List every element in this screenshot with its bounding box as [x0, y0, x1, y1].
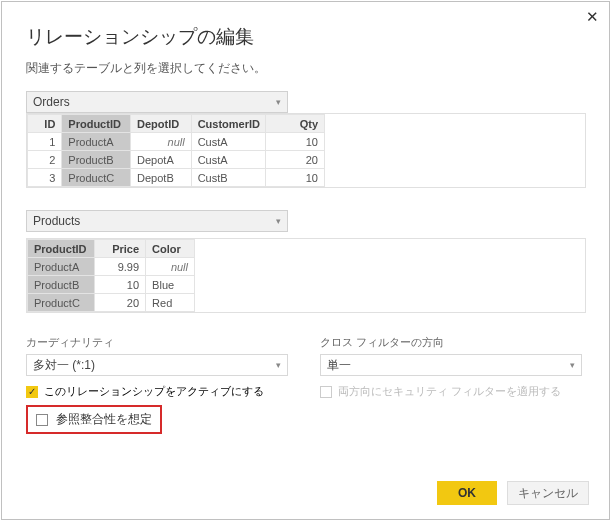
col-price[interactable]: Price [95, 240, 146, 258]
col-depotid[interactable]: DepotID [131, 115, 192, 133]
table-row[interactable]: ProductB 10 Blue [28, 276, 195, 294]
col-customerid[interactable]: CustomerID [191, 115, 266, 133]
crossfilter-label: クロス フィルターの方向 [320, 335, 590, 350]
table-row[interactable]: 3 ProductC DepotB CustB 10 [28, 169, 325, 187]
col-color[interactable]: Color [146, 240, 195, 258]
col-productid[interactable]: ProductID [28, 240, 95, 258]
table2-select-value: Products [33, 211, 80, 231]
table-row[interactable]: 1 ProductA null CustA 10 [28, 133, 325, 151]
table1-grid-table: ID ProductID DepotID CustomerID Qty 1 Pr… [27, 114, 325, 187]
activate-check-row[interactable]: ✓ このリレーションシップをアクティブにする [26, 384, 296, 399]
dialog-title: リレーションシップの編集 [26, 24, 589, 50]
checkbox-checked-icon[interactable]: ✓ [26, 386, 38, 398]
dialog-subtitle: 関連するテーブルと列を選択してください。 [26, 60, 589, 77]
cardinality-value: 多対一 (*:1) [33, 355, 95, 375]
table2-select[interactable]: Products ▾ [26, 210, 288, 232]
edit-relationship-dialog: ✕ リレーションシップの編集 関連するテーブルと列を選択してください。 Orde… [1, 1, 610, 520]
table-header-row: ID ProductID DepotID CustomerID Qty [28, 115, 325, 133]
table1-select-value: Orders [33, 92, 70, 112]
checkbox-disabled-icon [320, 386, 332, 398]
assume-referential-integrity[interactable]: 参照整合性を想定 [26, 405, 162, 434]
apply-both-label: 両方向にセキュリティ フィルターを適用する [338, 384, 561, 399]
col-id[interactable]: ID [28, 115, 62, 133]
crossfilter-value: 単一 [327, 355, 351, 375]
table1-grid: ID ProductID DepotID CustomerID Qty 1 Pr… [26, 113, 586, 188]
cancel-button[interactable]: キャンセル [507, 481, 589, 505]
table1-select[interactable]: Orders ▾ [26, 91, 288, 113]
crossfilter-select[interactable]: 単一 ▾ [320, 354, 582, 376]
chevron-down-icon: ▾ [276, 92, 281, 112]
chevron-down-icon: ▾ [570, 355, 575, 375]
checkbox-unchecked-icon[interactable] [36, 414, 48, 426]
chevron-down-icon: ▾ [276, 355, 281, 375]
col-qty[interactable]: Qty [266, 115, 325, 133]
table-header-row: ProductID Price Color [28, 240, 195, 258]
table2-grid: ProductID Price Color ProductA 9.99 null… [26, 238, 586, 313]
referential-label: 参照整合性を想定 [56, 411, 152, 428]
table-row[interactable]: ProductA 9.99 null [28, 258, 195, 276]
close-icon[interactable]: ✕ [586, 8, 599, 26]
options-row: カーディナリティ 多対一 (*:1) ▾ ✓ このリレーションシップをアクティブ… [26, 335, 589, 434]
table2-grid-table: ProductID Price Color ProductA 9.99 null… [27, 239, 195, 312]
activate-label: このリレーションシップをアクティブにする [44, 384, 264, 399]
cardinality-select[interactable]: 多対一 (*:1) ▾ [26, 354, 288, 376]
table-row[interactable]: 2 ProductB DepotA CustA 20 [28, 151, 325, 169]
chevron-down-icon: ▾ [276, 211, 281, 231]
col-productid[interactable]: ProductID [62, 115, 131, 133]
dialog-buttons: OK キャンセル [437, 481, 589, 505]
apply-both-check-row: 両方向にセキュリティ フィルターを適用する [320, 384, 590, 399]
cardinality-label: カーディナリティ [26, 335, 296, 350]
ok-button[interactable]: OK [437, 481, 497, 505]
table-row[interactable]: ProductC 20 Red [28, 294, 195, 312]
